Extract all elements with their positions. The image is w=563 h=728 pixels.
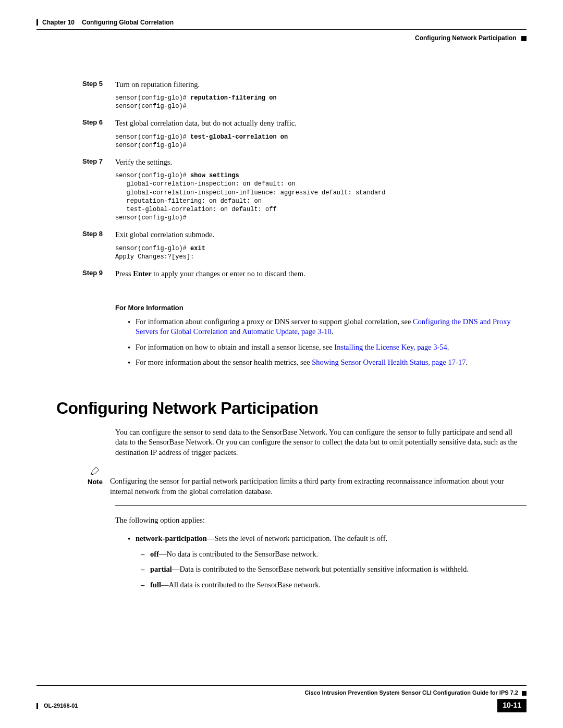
code-block-5: sensor(config-glo)# reputation-filtering…	[115, 94, 527, 110]
list-item: For information about configuring a prox…	[128, 317, 521, 337]
list-item: network-participation—Sets the level of …	[128, 534, 521, 544]
option-list: network-participation—Sets the level of …	[128, 534, 521, 544]
code-block-6: sensor(config-glo)# test-global-correlat…	[115, 133, 527, 150]
step-text: Turn on reputation filtering.	[115, 79, 527, 90]
header-square-icon	[521, 36, 527, 41]
list-item: full—All data is contributed to the Sens…	[141, 580, 521, 590]
step-label: Step 8	[82, 229, 115, 240]
following-option-intro: The following option applies:	[115, 515, 521, 526]
for-more-heading: For More Information	[115, 303, 527, 313]
for-more-list: For information about configuring a prox…	[128, 317, 521, 368]
page-footer: Cisco Intrusion Prevention System Sensor…	[36, 685, 527, 712]
note-label: Note	[88, 477, 103, 487]
step-8: Step 8 Exit global correlation submode.	[82, 229, 527, 240]
chapter-number: Chapter 10	[42, 18, 75, 27]
list-item: For information on how to obtain and ins…	[128, 342, 521, 353]
code-block-8: sensor(config-glo)# exit Apply Changes:?…	[115, 244, 527, 261]
step-text: Exit global correlation submode.	[115, 229, 527, 240]
step-5: Step 5 Turn on reputation filtering.	[82, 79, 527, 90]
option-sublist: off—No data is contributed to the Sensor…	[141, 549, 521, 590]
step-text: Verify the settings.	[115, 157, 527, 167]
chapter-title: Configuring Global Correlation	[82, 18, 174, 27]
footer-guide-title: Cisco Intrusion Prevention System Sensor…	[304, 689, 518, 696]
step-6: Step 6 Test global correlation data, but…	[82, 118, 527, 128]
page-header: Chapter 10 Configuring Global Correlatio…	[36, 18, 527, 43]
section-heading: Configuring Network Participation	[56, 397, 527, 420]
header-vbar-icon	[36, 19, 38, 26]
step-7: Step 7 Verify the settings.	[82, 157, 527, 167]
header-rule	[36, 29, 527, 30]
step-label: Step 9	[82, 268, 115, 280]
page-number: 10-11	[497, 699, 527, 712]
footer-rule	[36, 685, 527, 686]
note-rule	[115, 505, 527, 506]
link-sensor-health[interactable]: Showing Sensor Overall Health Status, pa…	[312, 358, 466, 366]
section-intro: You can configure the sensor to send dat…	[115, 427, 521, 458]
section-breadcrumb: Configuring Network Participation	[415, 34, 517, 42]
list-item: For more information about the sensor he…	[128, 357, 521, 368]
step-9: Step 9 Press Enter to apply your changes…	[82, 268, 527, 280]
list-item: off—No data is contributed to the Sensor…	[141, 549, 521, 560]
list-item: partial—Data is contributed to the Senso…	[141, 564, 521, 575]
link-license-key[interactable]: Installing the License Key, page 3-54	[334, 343, 447, 351]
step-label: Step 7	[82, 157, 115, 167]
footer-doc-id: OL-29168-01	[44, 702, 78, 709]
step-text: Press Enter to apply your changes or ent…	[115, 268, 527, 280]
pencil-icon	[90, 466, 100, 476]
step-text: Test global correlation data, but do not…	[115, 118, 527, 128]
page-content: Step 5 Turn on reputation filtering. sen…	[36, 48, 527, 590]
note-text: Configuring the sensor for partial netwo…	[110, 466, 521, 497]
note-block: Note Configuring the sensor for partial …	[88, 466, 521, 497]
step-label: Step 5	[82, 79, 115, 90]
code-block-7: sensor(config-glo)# show settings global…	[115, 171, 527, 222]
footer-square-icon	[522, 691, 527, 696]
step-label: Step 6	[82, 118, 115, 128]
footer-vbar-icon	[36, 703, 38, 709]
